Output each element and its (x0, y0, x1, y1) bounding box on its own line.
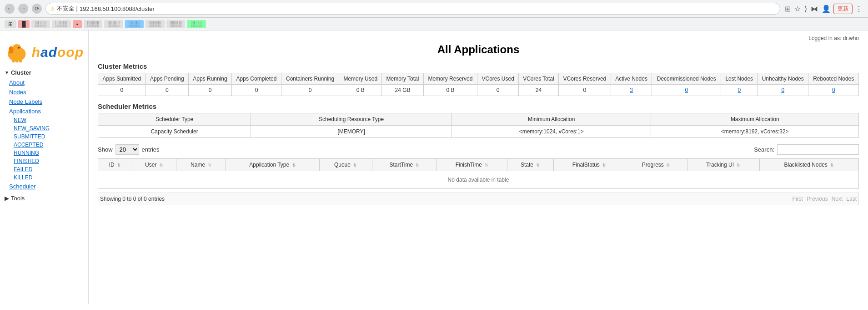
profile-icon[interactable]: 👤 (821, 4, 832, 14)
app-col-id[interactable]: ID ⇅ (98, 159, 132, 171)
sidebar-subitem-failed[interactable]: FAILED (0, 165, 88, 173)
tools-toggle[interactable]: ▶ Tools (5, 195, 84, 202)
translate-icon[interactable]: ⊞ (784, 4, 792, 14)
bookmark-item[interactable]: ░░░ (52, 20, 71, 28)
col-containers-running: Containers Running (281, 73, 339, 85)
cluster-metrics-table: Apps Submitted Apps Pending Apps Running… (98, 73, 859, 96)
bookmark-item[interactable]: ░░░ (31, 20, 50, 28)
app-col-progress[interactable]: Progress ⇅ (625, 159, 687, 171)
svg-point-4 (18, 47, 20, 49)
sidebar-subitem-killed[interactable]: KILLED (0, 173, 88, 182)
app-col-name[interactable]: Name ⇅ (176, 159, 226, 171)
sidebar-item-about[interactable]: About (0, 78, 88, 87)
sidebar-subitem-accepted[interactable]: ACCEPTED (0, 141, 88, 149)
logged-in-text: Logged in as: dr.who (808, 35, 859, 41)
app-col-type[interactable]: Application Type ⇅ (226, 159, 319, 171)
app-col-finish-time[interactable]: FinishTime ⇅ (437, 159, 507, 171)
update-button[interactable]: 更新 (833, 4, 853, 14)
show-entries-control: Show 20 10 50 100 entries (98, 144, 160, 155)
page-title: All Applications (98, 43, 859, 56)
sidebar: hadoop ▼ Cluster About Nodes Node Labels… (0, 30, 89, 304)
val-memory-reserved: 0 B (423, 85, 477, 96)
bookmark-icon[interactable]: ☆ (793, 4, 802, 14)
entries-label: entries (142, 146, 160, 153)
scheduler-metrics-table: Scheduler Type Scheduling Resource Type … (98, 113, 859, 138)
col-unhealthy-nodes: Unhealthy Nodes (758, 73, 808, 85)
val-decommissioned-nodes[interactable]: 0 (652, 85, 721, 96)
val-vcores-total: 24 (519, 85, 559, 96)
sidebar-subitem-new-saving[interactable]: NEW_SAVING (0, 124, 88, 132)
val-rebooted-nodes[interactable]: 0 (808, 85, 859, 96)
sidebar-subitem-finished[interactable]: FINISHED (0, 157, 88, 165)
val-apps-pending: 0 (146, 85, 188, 96)
hadoop-elephant-icon (5, 40, 29, 65)
sidebar-subitem-new[interactable]: NEW (0, 116, 88, 124)
sched-col-min-alloc: Minimum Allocation (452, 113, 651, 126)
col-apps-completed: Apps Completed (231, 73, 281, 85)
col-decommissioned-nodes: Decommissioned Nodes (652, 73, 721, 85)
cluster-toggle[interactable]: ▼ Cluster (0, 67, 88, 78)
showing-entries-text: Showing 0 to 0 of 0 entries (100, 196, 165, 202)
bookmark-item[interactable]: ░░░ (166, 20, 186, 28)
hadoop-logo: hadoop (0, 35, 88, 67)
val-lost-nodes[interactable]: 0 (721, 85, 758, 96)
bookmark-item[interactable]: ⊞ (5, 20, 16, 28)
search-area: Search: (754, 144, 859, 155)
val-apps-submitted: 0 (98, 85, 146, 96)
tools-section: ▶ Tools (0, 193, 88, 203)
val-active-nodes[interactable]: 3 (611, 85, 652, 96)
sidebar-item-scheduler[interactable]: Scheduler (0, 182, 88, 191)
bookmark-item[interactable]: ░░░ (187, 20, 206, 28)
app-col-queue[interactable]: Queue ⇅ (319, 159, 372, 171)
forward-button[interactable]: → (18, 4, 28, 14)
bookmark-item[interactable]: ░░░ (104, 20, 123, 28)
reload-button[interactable]: ⟳ (32, 4, 42, 14)
tools-label: Tools (11, 195, 25, 202)
sched-val-resource-type: [MEMORY] (251, 126, 452, 138)
extension-icon[interactable]: ⟩ (803, 4, 808, 14)
svg-rect-5 (12, 59, 15, 62)
pagination-first[interactable]: First (793, 196, 803, 202)
finalstatus-sort-icon: ⇅ (602, 163, 606, 168)
pagination-last[interactable]: Last (846, 196, 857, 202)
bookmark-item[interactable]: ▪ (73, 20, 82, 28)
val-apps-running: 0 (189, 85, 232, 96)
app-col-blacklisted-nodes[interactable]: Blacklisted Nodes ⇅ (759, 159, 858, 171)
app-col-state[interactable]: State ⇅ (507, 159, 553, 171)
extensions-icon[interactable]: ⧓ (810, 4, 819, 14)
val-apps-completed: 0 (231, 85, 281, 96)
app-col-start-time[interactable]: StartTime ⇅ (372, 159, 437, 171)
col-apps-pending: Apps Pending (146, 73, 188, 85)
bookmark-item[interactable]: ░░░ (84, 20, 103, 28)
url-value: 192.168.50.100:8088/cluster (80, 5, 155, 12)
sidebar-subitem-submitted[interactable]: SUBMITTED (0, 132, 88, 141)
val-unhealthy-nodes[interactable]: 0 (758, 85, 808, 96)
app-col-user[interactable]: User ⇅ (132, 159, 176, 171)
pagination-next[interactable]: Next (832, 196, 843, 202)
bookmark-item[interactable]: ░░░ (146, 20, 165, 28)
no-data-row: No data available in table (98, 171, 859, 189)
pagination-previous[interactable]: Previous (807, 196, 828, 202)
sched-val-min-alloc: <memory:1024, vCores:1> (452, 126, 651, 138)
sched-col-resource-type: Scheduling Resource Type (251, 113, 452, 126)
menu-icon[interactable]: ⋮ (854, 4, 863, 14)
sidebar-subitem-running[interactable]: RUNNING (0, 149, 88, 157)
trackingui-sort-icon: ⇅ (737, 163, 740, 168)
show-select[interactable]: 20 10 50 100 (115, 144, 139, 155)
sidebar-item-applications[interactable]: Applications (0, 107, 88, 116)
sched-val-max-alloc: <memory:8192, vCores:32> (651, 126, 859, 138)
col-memory-reserved: Memory Reserved (423, 73, 477, 85)
sched-col-type: Scheduler Type (98, 113, 251, 126)
bookmark-item[interactable]: ░░░ (125, 20, 144, 28)
back-button[interactable]: ← (5, 4, 15, 14)
app-col-tracking-ui[interactable]: Tracking UI ⇅ (687, 159, 759, 171)
sidebar-item-node-labels[interactable]: Node Labels (0, 97, 88, 107)
col-vcores-used: VCores Used (477, 73, 519, 85)
search-input[interactable] (777, 144, 859, 155)
cluster-arrow-icon: ▼ (5, 70, 9, 75)
address-bar[interactable]: ⚠ 不安全 | 192.168.50.100:8088/cluster (45, 3, 780, 15)
col-apps-running: Apps Running (189, 73, 232, 85)
sidebar-item-nodes[interactable]: Nodes (0, 87, 88, 97)
app-col-final-status[interactable]: FinalStatus ⇅ (553, 159, 625, 171)
bookmark-item[interactable]: █ (18, 20, 30, 28)
